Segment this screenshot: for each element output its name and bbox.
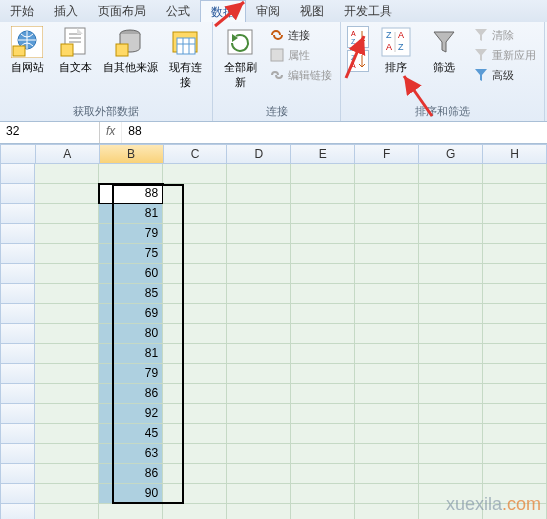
cell[interactable] xyxy=(291,504,355,519)
formula-input[interactable]: 88 xyxy=(122,122,547,143)
row-head[interactable] xyxy=(0,504,35,519)
refresh-all-button[interactable]: 全部刷新 xyxy=(219,26,261,90)
cell[interactable] xyxy=(35,264,99,284)
cell[interactable] xyxy=(483,384,547,404)
row-head[interactable] xyxy=(0,284,35,304)
cell[interactable] xyxy=(291,284,355,304)
tab-formulas[interactable]: 公式 xyxy=(156,0,200,22)
row-head[interactable] xyxy=(0,184,35,204)
cell[interactable] xyxy=(419,284,483,304)
cell[interactable] xyxy=(291,324,355,344)
cell[interactable] xyxy=(163,484,227,504)
cell[interactable] xyxy=(291,344,355,364)
cell[interactable] xyxy=(483,304,547,324)
cell[interactable]: 81 xyxy=(99,204,163,224)
cell[interactable] xyxy=(291,364,355,384)
cell[interactable]: 81 xyxy=(99,344,163,364)
existing-conn-button[interactable]: 现有连接 xyxy=(164,26,206,90)
clear-button[interactable]: 清除 xyxy=(471,26,538,44)
cell[interactable] xyxy=(163,464,227,484)
cell[interactable] xyxy=(419,204,483,224)
cell[interactable] xyxy=(291,244,355,264)
cell[interactable]: 90 xyxy=(99,484,163,504)
tab-pagelayout[interactable]: 页面布局 xyxy=(88,0,156,22)
cell[interactable] xyxy=(355,184,419,204)
cell[interactable] xyxy=(227,164,291,184)
cell[interactable]: 88 xyxy=(99,184,163,204)
row-head[interactable] xyxy=(0,364,35,384)
cell[interactable] xyxy=(291,264,355,284)
cell[interactable] xyxy=(227,264,291,284)
cell[interactable] xyxy=(483,244,547,264)
cell[interactable] xyxy=(227,384,291,404)
cell[interactable] xyxy=(163,204,227,224)
cell[interactable] xyxy=(419,364,483,384)
cell[interactable] xyxy=(419,344,483,364)
cell[interactable] xyxy=(35,304,99,324)
cell[interactable] xyxy=(291,444,355,464)
row-head[interactable] xyxy=(0,464,35,484)
tab-data[interactable]: 数据 xyxy=(200,0,246,22)
name-box[interactable]: 32 xyxy=(0,122,100,143)
row-head[interactable] xyxy=(0,164,35,184)
cell[interactable] xyxy=(419,244,483,264)
cell[interactable] xyxy=(355,264,419,284)
cell[interactable] xyxy=(419,164,483,184)
cell[interactable] xyxy=(355,504,419,519)
cell[interactable] xyxy=(419,464,483,484)
cell[interactable] xyxy=(99,504,163,519)
cell[interactable] xyxy=(355,284,419,304)
cell[interactable] xyxy=(483,204,547,224)
connections-button[interactable]: 连接 xyxy=(267,26,334,44)
sort-asc-button[interactable]: AZ xyxy=(347,26,369,48)
cell[interactable] xyxy=(35,444,99,464)
cell[interactable] xyxy=(291,484,355,504)
cell[interactable] xyxy=(419,384,483,404)
cell[interactable] xyxy=(227,284,291,304)
cell[interactable] xyxy=(291,224,355,244)
cell[interactable]: 92 xyxy=(99,404,163,424)
cell[interactable]: 86 xyxy=(99,384,163,404)
cell[interactable] xyxy=(355,404,419,424)
cell[interactable] xyxy=(35,204,99,224)
cell[interactable] xyxy=(35,484,99,504)
cell[interactable] xyxy=(163,164,227,184)
cell[interactable]: 69 xyxy=(99,304,163,324)
filter-button[interactable]: 筛选 xyxy=(423,26,465,75)
cell[interactable] xyxy=(483,404,547,424)
row-head[interactable] xyxy=(0,204,35,224)
cell[interactable] xyxy=(291,184,355,204)
cell[interactable] xyxy=(419,304,483,324)
cell[interactable] xyxy=(483,344,547,364)
cell[interactable] xyxy=(291,424,355,444)
row-head[interactable] xyxy=(0,304,35,324)
cell[interactable] xyxy=(163,344,227,364)
tab-developer[interactable]: 开发工具 xyxy=(334,0,402,22)
col-head-c[interactable]: C xyxy=(164,144,228,164)
cell[interactable] xyxy=(163,404,227,424)
cell[interactable] xyxy=(355,164,419,184)
edit-links-button[interactable]: 编辑链接 xyxy=(267,66,334,84)
cell[interactable] xyxy=(355,224,419,244)
cell[interactable] xyxy=(163,224,227,244)
cell[interactable] xyxy=(483,224,547,244)
col-head-g[interactable]: G xyxy=(419,144,483,164)
from-other-button[interactable]: 自其他来源 xyxy=(102,26,158,75)
row-head[interactable] xyxy=(0,384,35,404)
cell[interactable] xyxy=(419,404,483,424)
cell[interactable] xyxy=(163,264,227,284)
cell[interactable] xyxy=(35,324,99,344)
cell[interactable] xyxy=(35,404,99,424)
cell[interactable] xyxy=(35,184,99,204)
col-head-h[interactable]: H xyxy=(483,144,547,164)
row-head[interactable] xyxy=(0,444,35,464)
cell[interactable] xyxy=(35,504,99,519)
cell[interactable] xyxy=(291,164,355,184)
cell[interactable] xyxy=(227,424,291,444)
row-head[interactable] xyxy=(0,244,35,264)
cell[interactable] xyxy=(483,464,547,484)
cell[interactable] xyxy=(163,324,227,344)
from-text-button[interactable]: 自文本 xyxy=(54,26,96,75)
cell[interactable] xyxy=(227,404,291,424)
cell[interactable]: 60 xyxy=(99,264,163,284)
